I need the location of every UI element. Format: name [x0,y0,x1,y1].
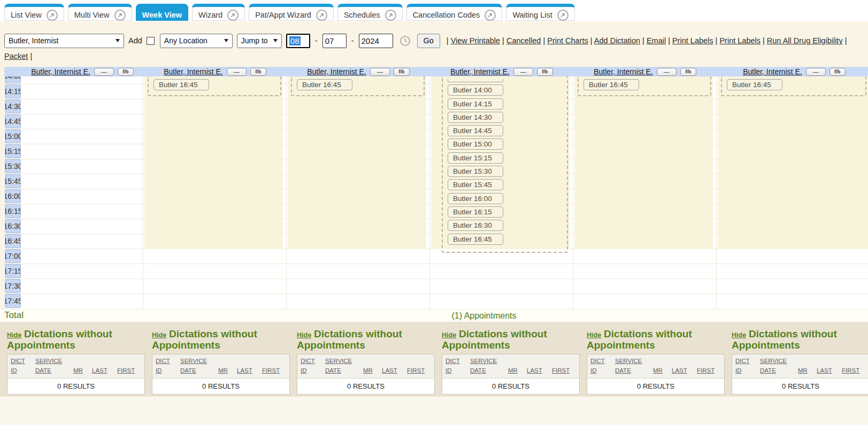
appointment-slot-button[interactable]: Butler 16:45 [297,79,352,90]
column-sort-link[interactable]: FIRST [842,366,862,376]
appointment-slot-button[interactable]: Butler 14:45 [448,125,503,136]
tab-wizard[interactable]: Wizard [192,4,245,21]
column-sort-link[interactable]: DICT [301,357,320,366]
column-sort-link[interactable]: DATE [35,366,68,376]
appointment-slot-button[interactable]: Butler 16:00 [448,193,503,204]
fb-button[interactable]: f/b [680,68,696,76]
column-sort-link[interactable]: SERVICE [35,357,68,366]
appointment-slot-button[interactable]: Butler 16:45 [448,234,503,245]
column-sort-link[interactable]: DICT [445,357,465,366]
clock-icon[interactable] [400,35,411,47]
fb-button[interactable]: f/b [537,68,553,76]
column-sort-link[interactable]: MR [218,366,232,376]
link-run-all-drug-eligibility[interactable]: Run All Drug Eligibility [767,36,843,45]
appointment-slot-button[interactable]: Butler 14:30 [448,112,503,123]
column-sort-link[interactable]: LAST [817,366,837,376]
open-new-window-icon[interactable] [485,10,496,21]
link-print-charts[interactable]: Print Charts [547,36,588,45]
tab-cancellation-codes[interactable]: Cancellation Codes [406,4,503,21]
appointment-slot-button[interactable]: Butler 16:30 [448,220,503,231]
appointment-slot-button-clipped[interactable] [448,79,503,82]
column-sort-link[interactable]: DICT [11,357,30,366]
column-sort-link[interactable]: MR [508,366,522,376]
column-sort-link[interactable]: LAST [672,366,692,376]
column-sort-link[interactable]: ID [445,366,465,376]
open-new-window-icon[interactable] [557,10,569,21]
column-sort-link[interactable]: LAST [92,366,112,376]
column-sort-link[interactable]: MR [363,366,377,376]
hide-link[interactable]: Hide [152,331,166,339]
open-new-window-icon[interactable] [47,10,58,21]
column-sort-link[interactable]: ID [301,366,320,376]
column-sort-link[interactable]: SERVICE [180,357,213,366]
tab-pat-appt-wizard[interactable]: Pat/Appt Wizard [249,4,334,21]
tab-schedules[interactable]: Schedules [337,4,403,21]
date-year-input[interactable]: 2024 [359,34,393,48]
minimize-column-button[interactable]: — [657,68,677,76]
hide-link[interactable]: Hide [587,331,601,339]
appointment-slot-button[interactable]: Butler 16:45 [583,79,639,90]
add-checkbox[interactable] [147,37,155,45]
link-add-dictation[interactable]: Add Dictation [594,36,640,45]
column-sort-link[interactable]: LAST [382,366,402,376]
column-sort-link[interactable]: DATE [325,366,358,376]
appointment-slot-button[interactable]: Butler 15:45 [448,179,503,190]
column-sort-link[interactable]: DICT [735,357,755,366]
column-sort-link[interactable]: ID [156,366,175,376]
link-view-printable[interactable]: View Printable [451,36,500,45]
link-cancelled[interactable]: Cancelled [506,36,541,45]
column-sort-link[interactable]: ID [590,366,610,376]
open-new-window-icon[interactable] [316,10,327,21]
open-new-window-icon[interactable] [114,10,126,21]
appointment-slot-button[interactable]: Butler 16:45 [153,79,209,90]
provider-link[interactable]: Butler, Internist E. [743,67,802,76]
column-sort-link[interactable]: MR [653,366,667,376]
tab-week-view[interactable]: Week View [136,4,188,21]
column-sort-link[interactable]: FIRST [117,366,137,376]
column-sort-link[interactable]: FIRST [262,366,282,376]
appointment-slot-button[interactable]: Butler 16:15 [448,206,503,218]
tab-list-view[interactable]: List View [4,4,64,21]
column-sort-link[interactable]: DICT [590,357,610,366]
jump-to-select[interactable]: Jump to [237,34,282,48]
column-sort-link[interactable]: ID [11,366,30,376]
tab-multi-view[interactable]: Multi View [68,4,132,21]
fb-button[interactable]: f/b [250,68,266,76]
column-sort-link[interactable]: SERVICE [615,357,648,366]
date-day-input[interactable]: 07 [322,34,347,48]
link-print-labels[interactable]: Print Labels [719,36,761,45]
column-sort-link[interactable]: ID [735,366,755,376]
column-sort-link[interactable]: LAST [237,366,257,376]
column-sort-link[interactable]: FIRST [407,366,427,376]
open-new-window-icon[interactable] [385,10,396,21]
link-print-labels[interactable]: Print Labels [672,36,713,45]
minimize-column-button[interactable]: — [513,68,533,76]
date-month-input[interactable]: 08 [286,34,310,48]
column-sort-link[interactable]: MR [798,366,812,376]
appointment-slot-button[interactable]: Butler 15:15 [448,152,503,164]
minimize-column-button[interactable]: — [94,68,114,76]
packet-link[interactable]: Packet [4,52,28,60]
provider-link[interactable]: Butler, Internist E. [31,67,90,76]
provider-link[interactable]: Butler, Internist E. [164,67,223,76]
column-sort-link[interactable]: DATE [470,366,503,376]
column-sort-link[interactable]: SERVICE [470,357,503,366]
hide-link[interactable]: Hide [7,331,21,339]
appointment-slot-button[interactable]: Butler 14:15 [448,98,503,110]
column-sort-link[interactable]: DATE [180,366,213,376]
column-sort-link[interactable]: SERVICE [325,357,358,366]
minimize-column-button[interactable]: — [227,68,247,76]
column-sort-link[interactable]: LAST [527,366,547,376]
column-sort-link[interactable]: DATE [760,366,793,376]
hide-link[interactable]: Hide [297,331,311,339]
appointment-slot-button[interactable]: Butler 15:30 [448,166,503,177]
fb-button[interactable]: f/b [394,68,410,76]
column-sort-link[interactable]: DICT [156,357,175,366]
provider-link[interactable]: Butler, Internist E. [450,67,510,76]
tab-waiting-list[interactable]: Waiting List [506,4,574,21]
appointment-slot-button[interactable]: Butler 14:00 [448,84,503,96]
hide-link[interactable]: Hide [732,331,746,339]
minimize-column-button[interactable]: — [806,68,826,76]
appointment-slot-button[interactable]: Butler 15:00 [448,138,503,150]
provider-link[interactable]: Butler, Internist E. [307,67,366,76]
